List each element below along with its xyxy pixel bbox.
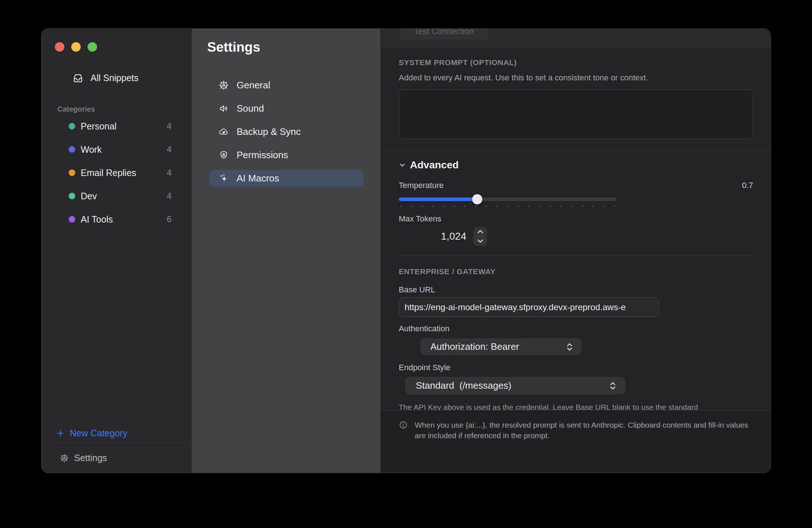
nav-item-backup-sync[interactable]: Backup & Sync — [209, 123, 363, 140]
sidebar-item-category-personal[interactable]: Personal 4 — [41, 115, 191, 138]
sidebar-item-all-snippets[interactable]: All Snippets — [41, 72, 191, 83]
advanced-section-toggle[interactable]: Advanced — [399, 159, 753, 171]
endpoint-style-selected-value: Standard (/messages) — [416, 380, 511, 391]
chevrons-up-down-icon — [566, 342, 574, 352]
minimize-window-button[interactable] — [71, 42, 81, 52]
category-color-dot — [69, 216, 75, 223]
category-name: Personal — [81, 121, 117, 132]
nav-item-label: General — [237, 80, 270, 91]
desktop-background: All Snippets Categories Personal 4 Work … — [0, 0, 812, 528]
max-tokens-label: Max Tokens — [399, 214, 753, 224]
temperature-slider[interactable] — [399, 194, 617, 204]
tray-icon — [72, 72, 84, 84]
gateway-help-text: The API Key above is used as the credent… — [399, 402, 719, 410]
base-url-input[interactable]: https://eng-ai-model-gateway.sfproxy.dev… — [399, 297, 659, 317]
nav-item-label: Sound — [237, 103, 264, 114]
category-name: Dev — [81, 191, 97, 201]
stepper-down-button[interactable] — [473, 237, 487, 246]
settings-nav-list: General Sound — [192, 77, 381, 187]
window-controls — [55, 42, 97, 52]
chevron-up-icon — [477, 229, 484, 234]
system-prompt-section-label: SYSTEM PROMPT (OPTIONAL) — [399, 58, 753, 67]
sidebar-item-category-ai-tools[interactable]: AI Tools 6 — [41, 208, 191, 231]
authentication-selected-value: Authorization: Bearer — [430, 341, 519, 352]
authentication-label: Authentication — [399, 324, 753, 333]
shield-lock-icon — [218, 150, 229, 160]
nav-item-permissions[interactable]: Permissions — [209, 147, 363, 163]
detail-scroll-area: SYSTEM PROMPT (OPTIONAL) Added to every … — [381, 47, 771, 410]
sparkles-icon — [218, 173, 229, 184]
sidebar-item-category-work[interactable]: Work 4 — [41, 138, 191, 161]
slider-fill — [399, 197, 477, 201]
nav-item-sound[interactable]: Sound — [209, 100, 363, 117]
slider-track — [399, 197, 617, 201]
advanced-section-label: Advanced — [410, 159, 459, 171]
test-connection-button[interactable]: Test Connection — [399, 28, 489, 40]
sidebar-item-category-dev[interactable]: Dev 4 — [41, 184, 191, 208]
footer-note-text: When you use {ai:...}, the resolved prom… — [415, 420, 753, 441]
endpoint-style-select[interactable]: Standard (/messages) — [405, 377, 626, 395]
max-tokens-row: 1,024 — [399, 227, 753, 246]
category-count: 4 — [167, 191, 172, 201]
plus-icon — [56, 429, 65, 438]
settings-nav-panel: Settings General Sound — [192, 29, 381, 473]
cloud-sync-icon — [218, 127, 229, 137]
nav-item-label: Backup & Sync — [237, 126, 301, 137]
info-icon — [399, 421, 407, 429]
max-tokens-stepper — [473, 227, 487, 246]
nav-item-ai-macros[interactable]: AI Macros — [209, 170, 363, 187]
nav-item-general[interactable]: General — [209, 77, 363, 93]
category-list: Personal 4 Work 4 Email Replies 4 Dev 4 — [41, 115, 191, 231]
category-color-dot — [69, 193, 75, 199]
chevrons-up-down-icon — [609, 381, 617, 391]
category-count: 4 — [167, 168, 172, 178]
sidebar-settings-button[interactable]: Settings — [41, 443, 191, 473]
new-category-button[interactable]: New Category — [41, 426, 191, 440]
category-color-dot — [69, 146, 75, 153]
stepper-up-button[interactable] — [473, 227, 487, 236]
max-tokens-value[interactable]: 1,024 — [399, 231, 466, 242]
slider-thumb[interactable] — [472, 194, 482, 204]
gear-icon — [218, 80, 229, 91]
sidebar: All Snippets Categories Personal 4 Work … — [41, 29, 192, 473]
categories-section-label: Categories — [41, 105, 191, 114]
system-prompt-description: Added to every AI request. Use this to s… — [399, 73, 753, 83]
base-url-label: Base URL — [399, 285, 753, 295]
category-count: 4 — [167, 121, 172, 131]
close-window-button[interactable] — [55, 42, 64, 52]
temperature-label: Temperature — [399, 181, 444, 190]
category-name: AI Tools — [81, 214, 113, 225]
settings-page-title: Settings — [207, 40, 381, 56]
temperature-row: Temperature 0.7 — [399, 181, 753, 190]
endpoint-style-label: Endpoint Style — [399, 363, 753, 372]
footer-note: When you use {ai:...}, the resolved prom… — [381, 410, 771, 473]
chevron-down-icon — [477, 239, 484, 244]
divider — [381, 151, 771, 151]
nav-item-label: AI Macros — [237, 173, 279, 184]
all-snippets-label: All Snippets — [91, 73, 138, 83]
nav-item-label: Permissions — [237, 149, 288, 161]
new-category-label: New Category — [70, 428, 127, 439]
category-name: Work — [81, 144, 102, 155]
category-count: 4 — [167, 144, 172, 155]
gear-icon — [60, 453, 69, 463]
speaker-icon — [218, 103, 229, 114]
category-count: 6 — [167, 214, 172, 224]
sidebar-spacer — [41, 231, 191, 426]
category-color-dot — [69, 169, 75, 176]
temperature-value: 0.7 — [742, 181, 753, 190]
settings-detail-panel: Test Connection SYSTEM PROMPT (OPTIONAL)… — [381, 29, 771, 473]
category-name: Email Replies — [81, 168, 136, 178]
category-color-dot — [69, 123, 75, 129]
chevron-down-icon — [399, 161, 406, 169]
enterprise-gateway-section-label: ENTERPRISE / GATEWAY — [399, 267, 753, 276]
authentication-select[interactable]: Authorization: Bearer — [420, 338, 582, 355]
detail-toolbar: Test Connection — [381, 29, 771, 47]
zoom-window-button[interactable] — [88, 42, 97, 52]
app-window: All Snippets Categories Personal 4 Work … — [41, 28, 771, 473]
sidebar-settings-label: Settings — [74, 453, 107, 463]
divider — [399, 255, 753, 256]
system-prompt-textarea[interactable] — [399, 89, 753, 139]
slider-tick-marks — [399, 205, 617, 207]
sidebar-item-category-email-replies[interactable]: Email Replies 4 — [41, 161, 191, 184]
